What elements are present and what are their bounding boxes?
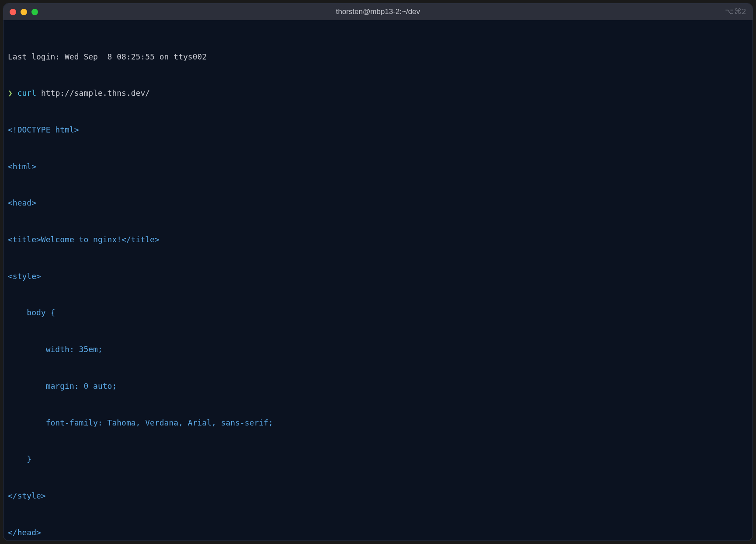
terminal-content[interactable]: Last login: Wed Sep 8 08:25:55 on ttys00… [3,20,753,541]
minimize-button[interactable] [21,9,27,15]
output-line: body { [8,307,748,319]
window-title: thorsten@mbp13-2:~/dev [336,6,420,17]
terminal-window: thorsten@mbp13-2:~/dev ⌥⌘2 Last login: W… [3,3,753,541]
output-line: <html> [8,160,748,173]
output-line: </head> [8,527,748,539]
output-line: font-family: Tahoma, Verdana, Arial, san… [8,417,748,429]
window-pane-badge: ⌥⌘2 [725,6,746,17]
last-login-line: Last login: Wed Sep 8 08:25:55 on ttys00… [8,51,748,63]
output-line: <!DOCTYPE html> [8,124,748,136]
output-line: <style> [8,270,748,282]
command-arg: http://sample.thns.dev/ [41,88,150,98]
title-bar: thorsten@mbp13-2:~/dev ⌥⌘2 [3,3,753,20]
traffic-lights [10,9,38,15]
output-line: <head> [8,197,748,209]
output-line: <title>Welcome to nginx!</title> [8,234,748,246]
maximize-button[interactable] [31,9,38,15]
close-button[interactable] [10,9,16,15]
output-line: </style> [8,490,748,502]
output-line: } [8,453,748,465]
command-line: ❯ curl http://sample.thns.dev/ [8,87,748,99]
output-line: margin: 0 auto; [8,380,748,392]
command-name: curl [17,88,36,98]
output-line: width: 35em; [8,343,748,356]
prompt-char: ❯ [8,88,13,98]
